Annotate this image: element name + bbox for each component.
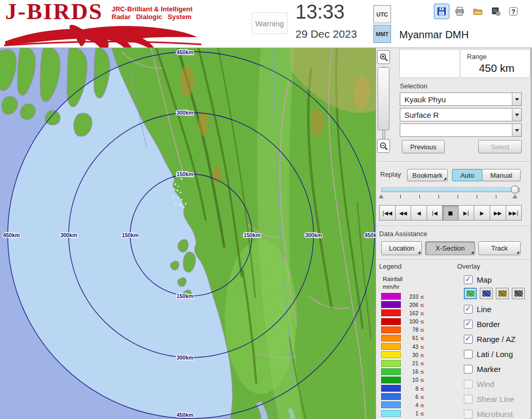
range-label: Range bbox=[467, 53, 487, 60]
ring-label-300-bottom: 300km bbox=[177, 354, 194, 361]
site-dropdown[interactable]: Kyauk Phyu bbox=[400, 92, 522, 106]
open-button[interactable] bbox=[470, 4, 486, 19]
legend-lte: ≤ bbox=[420, 293, 425, 300]
site-dropdown-button[interactable] bbox=[512, 93, 521, 105]
overlay-label: Overlay bbox=[457, 262, 480, 270]
legend-color-chip bbox=[381, 327, 401, 333]
product-dropdown[interactable]: Surface R bbox=[400, 108, 522, 121]
map-style-olive-swatch[interactable] bbox=[496, 288, 509, 299]
save-button[interactable] bbox=[434, 4, 449, 19]
option-dropdown-button[interactable] bbox=[512, 124, 521, 136]
legend-value: 8 bbox=[403, 385, 418, 392]
help-button[interactable]: ? bbox=[506, 4, 521, 19]
line-checkbox[interactable] bbox=[464, 305, 473, 314]
legend-lte: ≤ bbox=[420, 352, 425, 358]
overlay-item-label[interactable]: Range / AZ bbox=[477, 335, 515, 344]
jbirds-app: J-BIRDS JRC-Brilliant & Intelligent Rada… bbox=[0, 0, 532, 419]
ring-label-300-left: 300km bbox=[60, 232, 77, 238]
replay-tick bbox=[419, 195, 420, 198]
legend-color-chip bbox=[381, 410, 401, 417]
playback-rewind-button[interactable]: ◀◀ bbox=[395, 205, 412, 221]
swatch-chip bbox=[482, 290, 491, 297]
playback-step-back-button[interactable]: |◀ bbox=[427, 205, 443, 221]
save-icon bbox=[436, 6, 447, 17]
replay-range-end-marker[interactable] bbox=[512, 194, 518, 198]
xsection-button[interactable]: X-Section bbox=[425, 241, 475, 255]
playback-forward-button[interactable]: ▶▶ bbox=[490, 205, 506, 221]
zoom-in-icon bbox=[379, 53, 388, 62]
legend-lte: ≤ bbox=[420, 310, 425, 316]
overlay-row-range-az: Range / AZ bbox=[464, 334, 515, 344]
control-panel: Range 450 km Selection Kyauk Phyu Surfac… bbox=[375, 48, 532, 419]
replay-tick bbox=[458, 195, 458, 198]
map-style-navy-swatch[interactable] bbox=[480, 288, 493, 299]
ring-label-450-left: 450km bbox=[3, 232, 20, 238]
option-dropdown[interactable] bbox=[400, 123, 522, 137]
previous-button[interactable]: Previous bbox=[402, 140, 445, 153]
playback-play-button[interactable]: ▶ bbox=[474, 205, 490, 221]
legend-value: 206 bbox=[403, 302, 418, 308]
overlay-item-label[interactable]: Marker bbox=[477, 365, 501, 374]
legend-value: 100 bbox=[403, 318, 418, 324]
legend-lte: ≤ bbox=[420, 410, 425, 416]
playback-stop-button[interactable]: ■ bbox=[442, 205, 459, 221]
replay-slider[interactable] bbox=[381, 188, 520, 192]
legend-row: 4≤ bbox=[381, 401, 425, 408]
auto-button[interactable]: Auto bbox=[452, 169, 482, 181]
chevron-down-icon bbox=[515, 129, 519, 132]
legend-value: 30 bbox=[403, 352, 418, 358]
overlay-row-microburst: Microburst bbox=[464, 409, 513, 419]
playback-reverse-button[interactable]: ◀ bbox=[411, 205, 427, 221]
warning-indicator[interactable]: Warning bbox=[252, 12, 288, 34]
map-checkbox[interactable] bbox=[464, 275, 473, 284]
overlay-item-label: Wind bbox=[477, 380, 494, 389]
print-button[interactable] bbox=[452, 4, 467, 19]
manual-button[interactable]: Manual bbox=[482, 169, 521, 181]
legend-value: 78 bbox=[403, 327, 418, 333]
select-button: Select bbox=[478, 140, 522, 153]
marker-checkbox[interactable] bbox=[464, 365, 473, 374]
radar-map[interactable]: 450km 300km 150km 150km 300km 450km 450k… bbox=[0, 48, 375, 419]
legend-lte: ≤ bbox=[420, 368, 425, 375]
legend-color-chip bbox=[381, 360, 401, 367]
overlay-item-label[interactable]: Border bbox=[477, 320, 500, 329]
map-style-swatches bbox=[464, 288, 525, 299]
tz-utc-button[interactable]: UTC bbox=[373, 5, 391, 23]
replay-range-start-marker[interactable] bbox=[379, 194, 384, 198]
zoom-in-button[interactable] bbox=[377, 50, 390, 64]
overlay-item-label[interactable]: Map bbox=[477, 275, 492, 284]
replay-tick bbox=[477, 195, 477, 198]
playback-last-button[interactable]: ▶▶| bbox=[506, 205, 522, 221]
playback-first-button[interactable]: |◀◀ bbox=[379, 205, 396, 221]
legend-row: 6≤ bbox=[381, 393, 425, 400]
zoom-out-button[interactable] bbox=[377, 139, 390, 153]
track-button[interactable]: Track bbox=[478, 241, 521, 255]
legend-color-chip bbox=[381, 335, 401, 342]
playback-step-forward-button[interactable]: ▶| bbox=[458, 205, 475, 221]
map-style-green-swatch[interactable] bbox=[464, 288, 477, 299]
product-dropdown-button[interactable] bbox=[512, 108, 521, 121]
export-button[interactable] bbox=[488, 4, 504, 19]
zoom-slider-thumb[interactable] bbox=[378, 67, 389, 130]
replay-slider-thumb[interactable] bbox=[511, 185, 519, 194]
zoom-out-icon bbox=[379, 142, 388, 151]
overlay-row-border: Border bbox=[464, 319, 500, 329]
map-style-gray-swatch[interactable] bbox=[512, 288, 525, 299]
border-checkbox[interactable] bbox=[464, 320, 473, 329]
swatch-chip bbox=[466, 290, 475, 297]
overlay-item-label[interactable]: Line bbox=[477, 305, 491, 314]
legend-value: 4 bbox=[403, 402, 418, 408]
clock-time: 13:33 bbox=[295, 1, 345, 23]
overlay-item-label[interactable]: Lati / Long bbox=[477, 350, 513, 359]
legend-row: 1≤ bbox=[381, 410, 425, 417]
bookmark-button[interactable]: Bookmark bbox=[407, 169, 448, 181]
range-az-checkbox[interactable] bbox=[464, 335, 473, 344]
lati-long-checkbox[interactable] bbox=[464, 350, 473, 359]
replay-tick bbox=[496, 195, 496, 198]
help-icon: ? bbox=[508, 6, 519, 17]
tz-mmt-button[interactable]: MMT bbox=[373, 25, 391, 43]
legend-lte: ≤ bbox=[420, 327, 425, 333]
location-button[interactable]: Location bbox=[381, 241, 422, 255]
legend-lte: ≤ bbox=[420, 318, 425, 324]
overlay-row-map: Map bbox=[464, 274, 492, 285]
